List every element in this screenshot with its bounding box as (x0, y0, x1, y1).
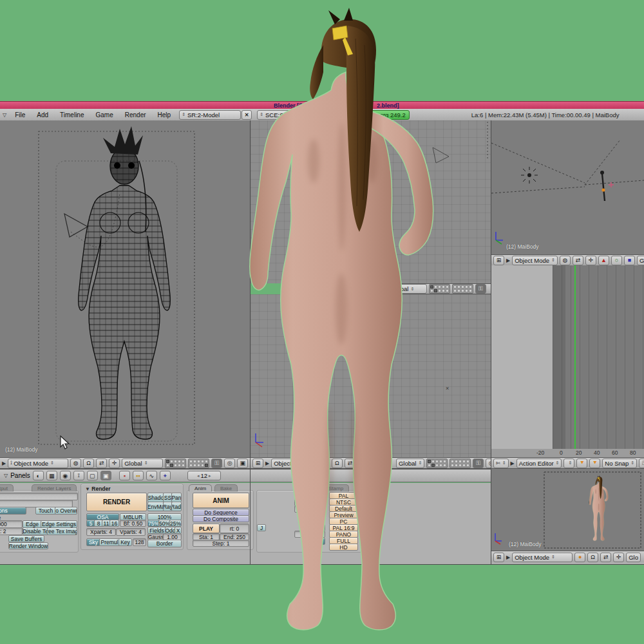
scene-close-icon[interactable]: ✕ (317, 110, 327, 120)
blender-version-button[interactable]: www.blender.org 249.2 (331, 110, 410, 120)
tab-anim[interactable]: Anim (189, 484, 212, 491)
snap-toggle-icon[interactable]: ⇄ (573, 256, 583, 265)
extensions-toggle[interactable]: ensions (0, 507, 26, 515)
unlock-icon[interactable]: ⚿ (639, 459, 644, 468)
viewport-type-icon[interactable]: ⊞ (252, 459, 263, 468)
anim-button[interactable]: ANIM (193, 493, 249, 508)
action-datablock-dropdown[interactable]: ⇕ (564, 459, 574, 468)
bf-spinner[interactable]: Bf: 0.50 (120, 520, 146, 527)
radio-toggle[interactable]: Radi (171, 502, 182, 511)
pivot-dropdown[interactable]: Ω (587, 553, 598, 562)
play-button[interactable]: PLAY (193, 524, 220, 533)
size-25-button[interactable]: 25% (169, 520, 182, 527)
aspx-spinner[interactable]: 00.00 (294, 506, 325, 513)
viewport-left-wireframe[interactable]: (12) MaiBody (0, 120, 250, 457)
shadow-toggle[interactable]: Shado (147, 493, 164, 502)
rt-spinner[interactable]: rt: 0 (220, 524, 249, 533)
header-expand-icon[interactable]: ▶ (265, 460, 269, 466)
viewport-type-icon[interactable]: ⊞ (493, 256, 504, 265)
logic-context-icon[interactable]: ◐ (33, 471, 44, 480)
do-composite-toggle[interactable]: Do Composite (193, 515, 249, 522)
orientation-dropdown[interactable]: Glo (626, 553, 641, 562)
tab-output[interactable]: Output (0, 484, 14, 491)
sky-toggle[interactable]: Sky (86, 538, 100, 546)
snap-toggle-icon[interactable]: ⇄ (600, 553, 611, 562)
touch-toggle[interactable]: Touch (35, 507, 56, 515)
hand-manipulator-icon[interactable]: ✛ (613, 553, 624, 562)
sound-subcontext-icon[interactable]: ∿ (146, 471, 157, 480)
render-preview-icon[interactable]: ▣ (237, 459, 248, 468)
proportional-edit-icon[interactable]: ◎ (224, 459, 235, 468)
disable-tex-toggle[interactable]: Disable Te (23, 527, 48, 535)
viewport-right-top[interactable]: (12) MaiBody (491, 120, 644, 254)
free-tex-toggle[interactable]: Free Tex Image (47, 527, 77, 535)
border-toggle[interactable]: Border (147, 540, 182, 547)
textured-draw-mode-icon[interactable]: ● (574, 553, 585, 562)
menu-help[interactable]: Help (152, 111, 177, 118)
mode-dropdown[interactable]: ⟟ Object Mode⇕ (8, 459, 68, 468)
viewport-center-top[interactable] (251, 120, 491, 283)
orientation-dropdown[interactable]: Global⇕ (122, 459, 163, 468)
tab-bake[interactable]: Bake (214, 484, 238, 491)
script-context-icon[interactable]: ▦ (46, 471, 57, 480)
editor-type-dropdown[interactable]: ✄⇕ (493, 459, 509, 468)
menu-timeline[interactable]: Timeline (54, 111, 90, 118)
draw-mode-dropdown[interactable]: ◍ (319, 459, 330, 468)
scene-context-icon[interactable]: ▣ (100, 471, 111, 480)
menu-render[interactable]: Render (119, 111, 152, 118)
layer-buttons-b[interactable] (188, 459, 209, 468)
xparts-spinner[interactable]: Xparts: 4 (86, 528, 116, 536)
layer-buttons-a[interactable] (165, 459, 186, 468)
screen-selector[interactable]: ⇕ SR:2-Model (179, 110, 241, 120)
layer-buttons-b[interactable] (452, 284, 473, 294)
editing-context-icon[interactable]: ▢ (87, 471, 98, 480)
quality-spinner[interactable]: / 1.000 (294, 531, 325, 538)
no-overwrite-toggle[interactable]: No Overwrit (55, 507, 77, 515)
viewport-type-icon[interactable]: ⊞ (493, 553, 504, 562)
draw-mode-dropdown[interactable]: ◍ (70, 459, 81, 468)
render-button[interactable]: RENDER (86, 493, 147, 511)
format-dropdown-scrap[interactable]: J (257, 524, 266, 531)
hand-manipulator-icon[interactable]: ✛ (109, 459, 120, 468)
orientation-dropdown[interactable]: Global⇕ (388, 284, 427, 294)
draw-mode-dropdown[interactable]: ◍ (560, 256, 571, 265)
translate-manipulator-icon[interactable]: ▲ (598, 256, 609, 265)
osa-16[interactable]: 16 (109, 520, 119, 527)
key-toggle[interactable]: Key (118, 538, 132, 546)
mode-dropdown[interactable]: Object Mode⇕ (271, 459, 317, 468)
orientation-dropdown[interactable]: Global⇕ (396, 459, 424, 468)
header-expand-icon[interactable]: ▶ (506, 554, 510, 560)
snap-toggle-icon[interactable]: ⇄ (96, 459, 107, 468)
collapse-triangle-icon[interactable]: ▽ (0, 112, 9, 118)
anim-subcontext-icon[interactable]: ▪▪ (133, 471, 144, 480)
tab-stamp[interactable]: Stamp (323, 484, 349, 491)
frame-counter[interactable]: ◂12▸ (187, 471, 221, 480)
shading-context-icon[interactable]: ◉ (60, 471, 71, 480)
current-frame-line[interactable] (574, 265, 576, 449)
snap-mode-dropdown[interactable]: No Snap⇕ (602, 459, 637, 468)
orientation-dropdown[interactable]: Glo (637, 256, 644, 265)
lock-icon[interactable]: ⚿ (475, 284, 486, 294)
lock-icon[interactable]: ⚿ (473, 459, 484, 468)
area-divider[interactable] (250, 120, 251, 565)
action-editor-grid[interactable] (553, 265, 644, 449)
layer-buttons-a[interactable] (426, 459, 448, 468)
step-spinner[interactable]: Step: 1 (193, 540, 249, 547)
threads-spinner[interactable]: reads: 2 (0, 527, 23, 535)
layer-buttons-b[interactable] (450, 459, 471, 468)
layer-buttons-a[interactable] (429, 284, 450, 294)
render-subcontext-icon[interactable]: ▪ (119, 471, 130, 480)
lock-icon[interactable]: ⚿ (211, 459, 222, 468)
pivot-dropdown[interactable]: Ω (83, 459, 94, 468)
tab-render-layers[interactable]: Render Layers (32, 484, 77, 491)
paste-pose-icon[interactable]: ⯆ (589, 459, 600, 468)
bits-spinner[interactable]: 128 (133, 538, 146, 546)
object-context-icon[interactable]: ⟟ (73, 471, 84, 480)
save-buffers-toggle[interactable]: Save Buffers (8, 535, 44, 542)
viewport-right-bottom[interactable]: (12) MaiBody (491, 469, 644, 551)
action-dropdown[interactable]: Action Editor⇕ (516, 459, 562, 468)
menu-file[interactable]: File (9, 111, 31, 118)
copy-pose-icon[interactable]: ⯆ (576, 459, 587, 468)
pano-toggle[interactable]: Pan (171, 493, 182, 502)
header-expand-icon[interactable]: ▶ (2, 460, 6, 466)
